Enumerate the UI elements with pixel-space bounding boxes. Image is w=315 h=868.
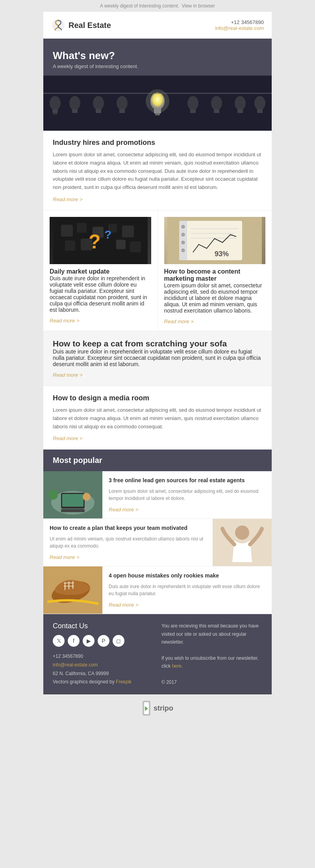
footer-desc1: You are recieving this email because you… bbox=[161, 622, 262, 646]
article-1-read-more[interactable]: Read more bbox=[53, 196, 83, 202]
footer-desc2: If you wish to unsubscribe from our news… bbox=[161, 654, 262, 670]
article-2-title: Daily market update bbox=[50, 268, 151, 275]
popular-1-read-more[interactable]: Read more bbox=[109, 507, 139, 513]
social-icons: 𝕏 f ▶ P ◻ bbox=[53, 635, 154, 647]
footer-credits: Vectors graphics designed by Freepik bbox=[53, 678, 154, 687]
svg-point-9 bbox=[117, 96, 128, 110]
hero-svg bbox=[43, 76, 272, 131]
popular-2-read-more[interactable]: Read more bbox=[50, 554, 80, 560]
article-4: How to keep a cat from scratching your s… bbox=[43, 331, 272, 386]
topbar-text: A weekly digest of interesting content. bbox=[100, 3, 179, 9]
shoes-illustration bbox=[43, 566, 102, 614]
unsubscribe-link[interactable]: here bbox=[172, 663, 182, 669]
svg-rect-52 bbox=[61, 509, 85, 512]
popular-3-title: 4 open house mistakes only rookies make bbox=[109, 572, 265, 580]
logo-text: Real Estate bbox=[69, 21, 111, 30]
footer-inner: Contact Us 𝕏 f ▶ P ◻ +12 34567890 info@r… bbox=[53, 622, 262, 686]
pinterest-icon[interactable]: P bbox=[98, 635, 109, 647]
popular-3-body: Duis aute irure dolor in reprehenderit i… bbox=[109, 583, 265, 597]
article-1-title: Industry hires and promotions bbox=[53, 139, 262, 147]
svg-point-22 bbox=[254, 96, 265, 110]
stripo-text: stripo bbox=[154, 704, 173, 713]
email-container: Real Estate +12 34567890 info@real-estat… bbox=[43, 12, 272, 694]
header-contact: +12 34567890 info@real-estate.com bbox=[215, 19, 264, 31]
svg-rect-34 bbox=[130, 241, 141, 252]
popular-2-body: Ut enim ad minim veniam, quis nostrud ex… bbox=[50, 535, 206, 550]
article-5-title: How to design a media room bbox=[53, 394, 262, 402]
footer-contact-info: +12 34567890 info@real-estate.com 62 N. … bbox=[53, 652, 154, 686]
svg-point-2 bbox=[50, 96, 61, 110]
article-5-read-more[interactable]: Read more bbox=[53, 435, 83, 441]
popular-3-read-more[interactable]: Read more bbox=[109, 602, 139, 608]
svg-rect-17 bbox=[190, 109, 196, 113]
svg-rect-38 bbox=[179, 221, 242, 260]
view-in-browser-link[interactable]: View in browser bbox=[182, 3, 215, 9]
header-email[interactable]: info@real-estate.com bbox=[215, 25, 264, 31]
article-3-title: How to become a content marketing master bbox=[164, 268, 266, 282]
header: Real Estate +12 34567890 info@real-estat… bbox=[43, 12, 272, 39]
popular-1-title: 3 free online lead gen sources for real … bbox=[109, 477, 265, 485]
freepik-link[interactable]: Freepik bbox=[116, 679, 132, 685]
svg-point-53 bbox=[83, 493, 91, 501]
popular-1-body: Lorem ipsum dolor sit amet, consectetur … bbox=[109, 488, 265, 502]
svg-point-13 bbox=[150, 93, 165, 110]
svg-rect-51 bbox=[62, 494, 83, 507]
footer-copyright: © 2017 bbox=[161, 678, 262, 686]
hero-banner: What's new? A weekly digest of interesti… bbox=[43, 39, 272, 76]
notebook-svg: 93% bbox=[167, 217, 262, 264]
youtube-icon[interactable]: ▶ bbox=[83, 635, 94, 647]
popular-3-image bbox=[43, 566, 102, 614]
svg-point-56 bbox=[235, 526, 249, 540]
footer-contact-title: Contact Us bbox=[53, 622, 154, 630]
article-4-read-more[interactable]: Read more bbox=[53, 372, 83, 378]
article-3-read-more[interactable]: Read more bbox=[164, 318, 194, 324]
footer: Contact Us 𝕏 f ▶ P ◻ +12 34567890 info@r… bbox=[43, 614, 272, 694]
hero-title: What's new? bbox=[53, 50, 262, 62]
logo-icon bbox=[51, 18, 65, 32]
svg-rect-14 bbox=[154, 109, 161, 113]
svg-rect-30 bbox=[122, 226, 134, 237]
stripo-icon bbox=[142, 701, 151, 716]
stripo-logo: stripo bbox=[6, 701, 309, 716]
article-3-image: 93% bbox=[164, 217, 266, 264]
hero-image bbox=[43, 76, 272, 131]
popular-1-image bbox=[43, 471, 102, 518]
svg-text:?: ? bbox=[89, 231, 101, 253]
svg-rect-19 bbox=[214, 109, 219, 113]
popular-3-content: 4 open house mistakes only rookies make … bbox=[102, 566, 272, 614]
svg-point-20 bbox=[235, 96, 246, 110]
footer-left: Contact Us 𝕏 f ▶ P ◻ +12 34567890 info@r… bbox=[53, 622, 154, 686]
article-1: Industry hires and promotions Lorem ipsu… bbox=[43, 131, 272, 211]
popular-2-content: How to create a plan that keeps your tea… bbox=[43, 519, 213, 566]
popular-1-content: 3 free online lead gen sources for real … bbox=[102, 471, 272, 518]
article-5-body: Lorem ipsum dolor sit amet, consectetur … bbox=[53, 406, 262, 431]
svg-rect-33 bbox=[116, 240, 126, 249]
svg-point-54 bbox=[48, 490, 58, 500]
svg-rect-15 bbox=[155, 113, 160, 115]
facebook-icon[interactable]: f bbox=[68, 635, 80, 647]
popular-item-3: 4 open house mistakes only rookies make … bbox=[43, 566, 272, 614]
popular-2-title: How to create a plan that keeps your tea… bbox=[50, 524, 206, 532]
article-3-col: 93% How to become a content marketing ma… bbox=[158, 211, 272, 331]
svg-rect-10 bbox=[119, 109, 125, 113]
svg-text:?: ? bbox=[104, 228, 111, 241]
two-col-articles: ? ? Daily market update Duis aute irure … bbox=[43, 211, 272, 331]
svg-point-18 bbox=[211, 96, 222, 110]
most-popular-header: Most popular bbox=[43, 450, 272, 471]
twitter-icon[interactable]: 𝕏 bbox=[53, 635, 65, 647]
svg-rect-27 bbox=[77, 223, 87, 233]
svg-rect-6 bbox=[72, 109, 78, 113]
footer-email[interactable]: info@real-estate.com bbox=[53, 662, 98, 668]
article-2-body: Duis aute irure dolor in reprehenderit i… bbox=[50, 275, 151, 313]
footer-phone: +12 34567890 bbox=[53, 652, 154, 661]
article-2-read-more[interactable]: Read more bbox=[50, 318, 80, 324]
svg-point-7 bbox=[93, 96, 104, 110]
laptop-illustration bbox=[43, 471, 102, 518]
article-1-body: Lorem ipsum dolor sit amet, consectetur … bbox=[53, 151, 262, 192]
svg-rect-4 bbox=[53, 113, 57, 115]
footer-right: You are recieving this email because you… bbox=[161, 622, 262, 686]
instagram-icon[interactable]: ◻ bbox=[113, 635, 124, 647]
top-bar: A weekly digest of interesting content. … bbox=[0, 0, 315, 12]
svg-point-41 bbox=[182, 233, 185, 236]
bottom-bar: stripo bbox=[0, 694, 315, 723]
